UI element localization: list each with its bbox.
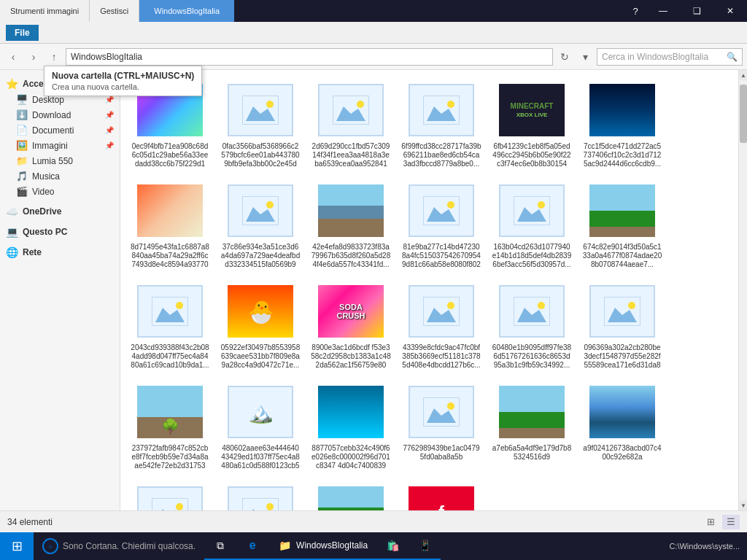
list-item[interactable]: 2043cd939388f43c2b084add98d047ff75ec4a84… — [126, 277, 214, 375]
onedrive-header[interactable]: ☁️ OneDrive — [0, 203, 120, 219]
file-thumbnail — [589, 285, 655, 338]
download-icon: ⬇️ — [16, 109, 28, 120]
list-item[interactable]: MINECRAFTXBOX LIVE6fb41239c1eb8f5a05ed49… — [488, 76, 576, 174]
file-thumb-container — [586, 282, 659, 341]
musica-label: Musica — [32, 171, 60, 182]
download-label: Download — [32, 110, 71, 120]
system-path: C:\Windows\syste... — [669, 542, 740, 551]
file-thumbnail — [318, 486, 384, 510]
list-item[interactable]: 81e9ba277c14bd472308a4fc5150375426709549… — [398, 176, 485, 274]
file-thumb-container: 🌳 — [133, 383, 206, 441]
file-button[interactable]: File — [6, 25, 39, 41]
list-item[interactable]: a15fb0f93d169818064360036fdb97 — [126, 478, 214, 510]
list-item[interactable]: 43399e8cfdc9ac47fc0bf385b3669ecf51181c37… — [398, 277, 485, 375]
file-thumbnail — [318, 386, 384, 438]
list-item[interactable]: 🐣05922ef30497b8553958639caee531bb7f809e8… — [217, 277, 304, 375]
taskbar-explorer[interactable]: 📁 WindowsBlogItalia — [268, 532, 376, 560]
sidebar-item-download[interactable]: ⬇️ Download 📌 — [0, 107, 120, 122]
search-box[interactable]: Cerca in WindowsBlogItalia 🔍 — [597, 48, 743, 66]
sidebar-item-documenti[interactable]: 📄 Documenti 📌 — [0, 122, 120, 138]
title-bar-controls: ? — ❑ ✕ — [624, 0, 747, 22]
file-name-label: 05922ef30497b8553958639caee531bb7f809e8a… — [220, 343, 301, 370]
pin-icon-desktop: 📌 — [105, 96, 114, 104]
store-icon: 🛍️ — [385, 538, 400, 553]
scroll-up-arrow[interactable]: ▲ — [739, 70, 747, 80]
svg-point-20 — [176, 302, 183, 309]
file-name-label: 6f99ffcd38cc28717fa39b696211bae8ed6cb54c… — [401, 142, 481, 168]
maximize-button[interactable]: ❑ — [680, 0, 713, 22]
file-thumb-container: f — [405, 483, 478, 510]
view-icons-button[interactable]: ⊞ — [702, 515, 719, 529]
onedrive-icon: ☁️ — [6, 206, 18, 217]
cortana-circle-icon: ○ — [42, 538, 58, 554]
scrollbar-vertical[interactable]: ▲ ▼ — [738, 70, 747, 510]
cortana-label: Sono Cortana. Chiedimi qualcosa. — [63, 541, 196, 551]
sidebar-item-musica[interactable]: 🎵 Musica — [0, 168, 120, 184]
file-thumb-container — [314, 383, 387, 441]
list-item[interactable]: 096369a302a2cb280be3decf1548797d55e282f5… — [578, 277, 666, 375]
rete-header[interactable]: 🌐 Rete — [0, 244, 120, 260]
taskbar-edge[interactable]: e — [236, 532, 268, 560]
scroll-down-arrow[interactable]: ▼ — [739, 500, 747, 510]
windows-start-button[interactable]: ⊞ — [0, 532, 34, 560]
list-item[interactable]: SODACRUSH8900e3ac1d6bcdf f53e358c2d2958c… — [307, 277, 395, 375]
minimize-button[interactable]: — — [646, 0, 680, 22]
taskbar-phone[interactable]: 📱 — [409, 532, 441, 560]
file-thumbnail — [589, 184, 655, 237]
back-button[interactable]: ‹ — [4, 48, 22, 66]
list-item[interactable]: 7762989439be1ac04795fd0aba8a5b — [398, 378, 485, 475]
up-button[interactable]: ↑ — [45, 48, 63, 66]
list-item[interactable]: 🏔️480602aaee63e44464043429ed1f037ff75ec4… — [217, 378, 304, 475]
tab-strumenti-immagini[interactable]: Strumenti immagini — [0, 0, 90, 22]
list-item[interactable]: 37c86e934e3a51ce3d6a4da697a729ae4deafbdd… — [217, 176, 304, 274]
file-thumbnail: f — [409, 486, 474, 510]
file-thumb-container — [495, 383, 568, 441]
help-button[interactable]: ? — [624, 0, 646, 22]
list-item[interactable]: 42e4efa8d9833723f83a79967b635d8f260a5d28… — [307, 176, 395, 274]
file-thumb-container — [224, 483, 297, 510]
scroll-thumb[interactable] — [740, 85, 747, 143]
list-item[interactable]: 674c82e9014f3d50a5c133a0a4677f0874adae20… — [578, 176, 666, 274]
list-item[interactable]: 8877057cebb324c490f6e026e8c000002f96d701… — [307, 378, 395, 475]
questo-pc-header[interactable]: 💻 Questo PC — [0, 224, 120, 240]
list-item[interactable]: 6f99ffcd38cc28717fa39b696211bae8ed6cb54c… — [398, 76, 485, 174]
questo-pc-label: Questo PC — [23, 227, 67, 237]
address-path[interactable]: WindowsBlogItalia — [66, 48, 553, 66]
list-item[interactable]: 0fac3566baf5368966c2579bcfc6ee01ab443780… — [217, 76, 304, 174]
taskbar-store[interactable]: 🛍️ — [376, 532, 409, 560]
file-thumb-container — [224, 182, 297, 240]
list-item[interactable]: a9f024126738acbd07c400c92e682a — [578, 378, 666, 475]
file-thumbnail — [137, 285, 203, 338]
tab-gestisci[interactable]: Gestisci — [90, 0, 139, 22]
sidebar-item-lumia550[interactable]: 📁 Lumia 550 — [0, 153, 120, 168]
sidebar-item-immagini[interactable]: 🖼️ Immagini 📌 — [0, 138, 120, 153]
star-icon: ⭐ — [6, 78, 18, 90]
file-name-label: 0ec9f4bfb71ea908c68d6c05d1c29abe56a33eed… — [130, 142, 210, 168]
task-view-button[interactable]: ⧉ — [204, 532, 236, 560]
sidebar-item-video[interactable]: 🎬 Video — [0, 184, 120, 199]
address-dropdown[interactable]: ▾ — [576, 48, 594, 66]
list-item[interactable]: fb71dabef83821ac1436c6e54eed365 — [398, 478, 485, 510]
file-thumbnail: 🏔️ — [228, 386, 293, 438]
musica-icon: 🎵 — [16, 171, 28, 182]
search-icon[interactable]: 🔍 — [727, 52, 738, 62]
list-item[interactable]: 8d71495e43fa1c6887a8840aa45ba74a29a2ff6c… — [126, 176, 214, 274]
cortana-button[interactable]: ○ Sono Cortana. Chiedimi qualcosa. — [34, 538, 204, 554]
window-title: WindowsBlogItalia — [139, 0, 234, 22]
list-item[interactable]: 60480e1b9095dff97fe386d51767261636c8653d… — [488, 277, 576, 375]
refresh-button[interactable]: ↻ — [556, 48, 573, 66]
list-item[interactable]: 7cc1f5dce471dd272ac5737406cf10c2c3d1d712… — [578, 76, 666, 174]
list-item[interactable]: 2d69d290cc1fbd57c30914f34f1eea3aa4818a3e… — [307, 76, 395, 174]
list-item[interactable]: 🌳237972fafb9847c852cbe8f7fceb9b59e7d34a8… — [126, 378, 214, 475]
list-item[interactable]: b8c8200a1dff0c549869c346018e85 — [217, 478, 304, 510]
file-thumbnail — [318, 184, 384, 237]
view-list-button[interactable]: ☰ — [722, 515, 740, 529]
main-layout: ⭐ Accesso rapido 🖥️ Desktop 📌 ⬇️ Downloa… — [0, 70, 747, 510]
close-button[interactable]: ✕ — [713, 0, 747, 22]
list-item[interactable]: a7eb6a5a4df9e179d7b85324516d9 — [488, 378, 576, 475]
list-item[interactable]: 163b04cd263d1077940e14b1d18d5def4db28396… — [488, 176, 576, 274]
ribbon: File Nuova cartella (CTRL+MAIUSC+N) Crea… — [0, 22, 747, 44]
file-thumb-container: MINECRAFTXBOX LIVE — [495, 81, 568, 139]
list-item[interactable]: b71b849837813f455505eb831ca577 — [307, 478, 395, 510]
forward-button[interactable]: › — [25, 48, 42, 66]
